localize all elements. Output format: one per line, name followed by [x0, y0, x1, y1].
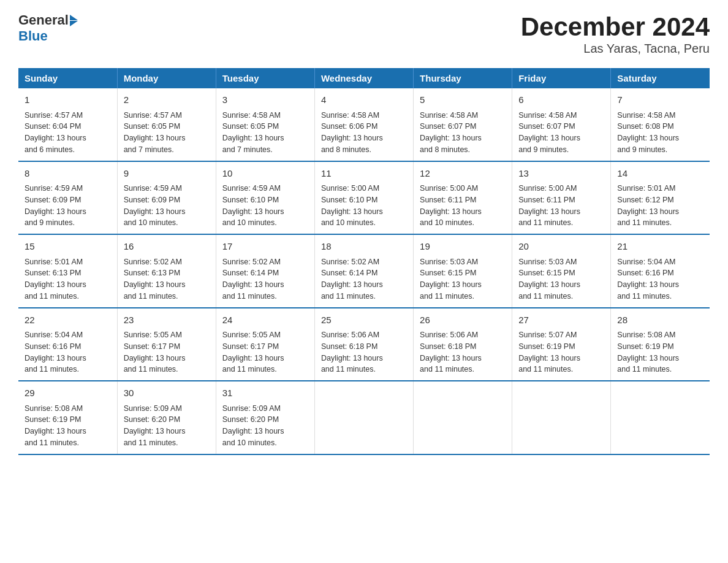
- day-info: Sunrise: 5:00 AM Sunset: 6:11 PM Dayligh…: [420, 183, 506, 229]
- day-number: 8: [25, 167, 111, 181]
- calendar-cell: 31Sunrise: 5:09 AM Sunset: 6:20 PM Dayli…: [216, 381, 314, 454]
- title-block: December 2024 Las Yaras, Tacna, Peru: [521, 12, 710, 56]
- day-number: 16: [124, 240, 210, 254]
- day-number: 6: [518, 93, 604, 107]
- calendar-cell: 30Sunrise: 5:09 AM Sunset: 6:20 PM Dayli…: [117, 381, 216, 454]
- day-number: 17: [222, 240, 308, 254]
- calendar-cell: 22Sunrise: 5:04 AM Sunset: 6:16 PM Dayli…: [18, 308, 117, 381]
- day-info: Sunrise: 4:58 AM Sunset: 6:08 PM Dayligh…: [617, 110, 703, 156]
- logo-general: General: [18, 12, 69, 28]
- day-number: 11: [321, 167, 407, 181]
- calendar-cell: 25Sunrise: 5:06 AM Sunset: 6:18 PM Dayli…: [314, 308, 413, 381]
- week-row-4: 22Sunrise: 5:04 AM Sunset: 6:16 PM Dayli…: [18, 308, 710, 381]
- calendar-cell: 17Sunrise: 5:02 AM Sunset: 6:14 PM Dayli…: [216, 234, 314, 308]
- day-number: 21: [617, 240, 703, 254]
- logo: General Blue: [18, 12, 78, 44]
- day-number: 24: [222, 313, 308, 327]
- day-info: Sunrise: 4:59 AM Sunset: 6:10 PM Dayligh…: [222, 183, 308, 229]
- header-friday: Friday: [512, 68, 611, 88]
- day-number: 9: [124, 167, 210, 181]
- day-info: Sunrise: 5:09 AM Sunset: 6:20 PM Dayligh…: [222, 403, 308, 449]
- header-tuesday: Tuesday: [216, 68, 314, 88]
- header-thursday: Thursday: [414, 68, 512, 88]
- day-number: 31: [222, 386, 308, 400]
- day-info: Sunrise: 5:03 AM Sunset: 6:15 PM Dayligh…: [518, 256, 604, 302]
- calendar-cell: 12Sunrise: 5:00 AM Sunset: 6:11 PM Dayli…: [414, 161, 512, 235]
- calendar-cell: 7Sunrise: 4:58 AM Sunset: 6:08 PM Daylig…: [611, 88, 710, 161]
- day-info: Sunrise: 5:06 AM Sunset: 6:18 PM Dayligh…: [321, 329, 407, 375]
- logo-blue: Blue: [18, 28, 48, 44]
- calendar-cell: 9Sunrise: 4:59 AM Sunset: 6:09 PM Daylig…: [117, 161, 216, 235]
- day-info: Sunrise: 5:02 AM Sunset: 6:14 PM Dayligh…: [321, 256, 407, 302]
- day-info: Sunrise: 5:03 AM Sunset: 6:15 PM Dayligh…: [420, 256, 506, 302]
- calendar-cell: 18Sunrise: 5:02 AM Sunset: 6:14 PM Dayli…: [314, 234, 413, 308]
- calendar-cell: 21Sunrise: 5:04 AM Sunset: 6:16 PM Dayli…: [611, 234, 710, 308]
- day-number: 14: [617, 167, 703, 181]
- day-number: 28: [617, 313, 703, 327]
- day-info: Sunrise: 4:58 AM Sunset: 6:07 PM Dayligh…: [420, 110, 506, 156]
- calendar-cell: 11Sunrise: 5:00 AM Sunset: 6:10 PM Dayli…: [314, 161, 413, 235]
- day-number: 5: [420, 93, 506, 107]
- day-number: 26: [420, 313, 506, 327]
- day-info: Sunrise: 4:59 AM Sunset: 6:09 PM Dayligh…: [124, 183, 210, 229]
- day-number: 3: [222, 93, 308, 107]
- day-info: Sunrise: 5:09 AM Sunset: 6:20 PM Dayligh…: [124, 403, 210, 449]
- header-saturday: Saturday: [611, 68, 710, 88]
- week-row-3: 15Sunrise: 5:01 AM Sunset: 6:13 PM Dayli…: [18, 234, 710, 308]
- day-info: Sunrise: 5:04 AM Sunset: 6:16 PM Dayligh…: [25, 329, 111, 375]
- calendar-cell: [512, 381, 611, 454]
- day-info: Sunrise: 5:00 AM Sunset: 6:11 PM Dayligh…: [518, 183, 604, 229]
- day-number: 1: [25, 93, 111, 107]
- day-info: Sunrise: 5:04 AM Sunset: 6:16 PM Dayligh…: [617, 256, 703, 302]
- day-info: Sunrise: 5:02 AM Sunset: 6:13 PM Dayligh…: [124, 256, 210, 302]
- calendar-cell: 23Sunrise: 5:05 AM Sunset: 6:17 PM Dayli…: [117, 308, 216, 381]
- day-info: Sunrise: 4:57 AM Sunset: 6:04 PM Dayligh…: [25, 110, 111, 156]
- day-number: 2: [124, 93, 210, 107]
- week-row-5: 29Sunrise: 5:08 AM Sunset: 6:19 PM Dayli…: [18, 381, 710, 454]
- calendar-cell: 20Sunrise: 5:03 AM Sunset: 6:15 PM Dayli…: [512, 234, 611, 308]
- calendar-cell: 14Sunrise: 5:01 AM Sunset: 6:12 PM Dayli…: [611, 161, 710, 235]
- day-info: Sunrise: 4:57 AM Sunset: 6:05 PM Dayligh…: [124, 110, 210, 156]
- day-info: Sunrise: 5:05 AM Sunset: 6:17 PM Dayligh…: [124, 329, 210, 375]
- calendar-cell: 24Sunrise: 5:05 AM Sunset: 6:17 PM Dayli…: [216, 308, 314, 381]
- calendar-cell: [611, 381, 710, 454]
- calendar-header-row: SundayMondayTuesdayWednesdayThursdayFrid…: [18, 68, 710, 88]
- day-number: 18: [321, 240, 407, 254]
- day-number: 19: [420, 240, 506, 254]
- header-sunday: Sunday: [18, 68, 117, 88]
- calendar-cell: 28Sunrise: 5:08 AM Sunset: 6:19 PM Dayli…: [611, 308, 710, 381]
- day-info: Sunrise: 4:58 AM Sunset: 6:05 PM Dayligh…: [222, 110, 308, 156]
- day-info: Sunrise: 4:58 AM Sunset: 6:07 PM Dayligh…: [518, 110, 604, 156]
- day-info: Sunrise: 5:00 AM Sunset: 6:10 PM Dayligh…: [321, 183, 407, 229]
- week-row-1: 1Sunrise: 4:57 AM Sunset: 6:04 PM Daylig…: [18, 88, 710, 161]
- calendar-table: SundayMondayTuesdayWednesdayThursdayFrid…: [18, 68, 710, 455]
- calendar-cell: 13Sunrise: 5:00 AM Sunset: 6:11 PM Dayli…: [512, 161, 611, 235]
- calendar-cell: 26Sunrise: 5:06 AM Sunset: 6:18 PM Dayli…: [414, 308, 512, 381]
- day-info: Sunrise: 5:01 AM Sunset: 6:13 PM Dayligh…: [25, 256, 111, 302]
- day-number: 4: [321, 93, 407, 107]
- day-info: Sunrise: 5:01 AM Sunset: 6:12 PM Dayligh…: [617, 183, 703, 229]
- day-info: Sunrise: 5:07 AM Sunset: 6:19 PM Dayligh…: [518, 329, 604, 375]
- calendar-cell: 10Sunrise: 4:59 AM Sunset: 6:10 PM Dayli…: [216, 161, 314, 235]
- page-title: December 2024: [521, 12, 710, 42]
- calendar-cell: 5Sunrise: 4:58 AM Sunset: 6:07 PM Daylig…: [414, 88, 512, 161]
- day-number: 13: [518, 167, 604, 181]
- calendar-cell: 2Sunrise: 4:57 AM Sunset: 6:05 PM Daylig…: [117, 88, 216, 161]
- day-number: 29: [25, 386, 111, 400]
- page-header: General Blue December 2024 Las Yaras, Ta…: [18, 12, 710, 56]
- calendar-cell: [314, 381, 413, 454]
- day-number: 30: [124, 386, 210, 400]
- week-row-2: 8Sunrise: 4:59 AM Sunset: 6:09 PM Daylig…: [18, 161, 710, 235]
- day-number: 7: [617, 93, 703, 107]
- calendar-cell: 4Sunrise: 4:58 AM Sunset: 6:06 PM Daylig…: [314, 88, 413, 161]
- calendar-cell: [414, 381, 512, 454]
- day-number: 12: [420, 167, 506, 181]
- calendar-cell: 15Sunrise: 5:01 AM Sunset: 6:13 PM Dayli…: [18, 234, 117, 308]
- day-info: Sunrise: 5:06 AM Sunset: 6:18 PM Dayligh…: [420, 329, 506, 375]
- day-number: 23: [124, 313, 210, 327]
- day-info: Sunrise: 4:59 AM Sunset: 6:09 PM Dayligh…: [25, 183, 111, 229]
- day-number: 15: [25, 240, 111, 254]
- day-number: 10: [222, 167, 308, 181]
- page-subtitle: Las Yaras, Tacna, Peru: [521, 42, 710, 56]
- day-info: Sunrise: 4:58 AM Sunset: 6:06 PM Dayligh…: [321, 110, 407, 156]
